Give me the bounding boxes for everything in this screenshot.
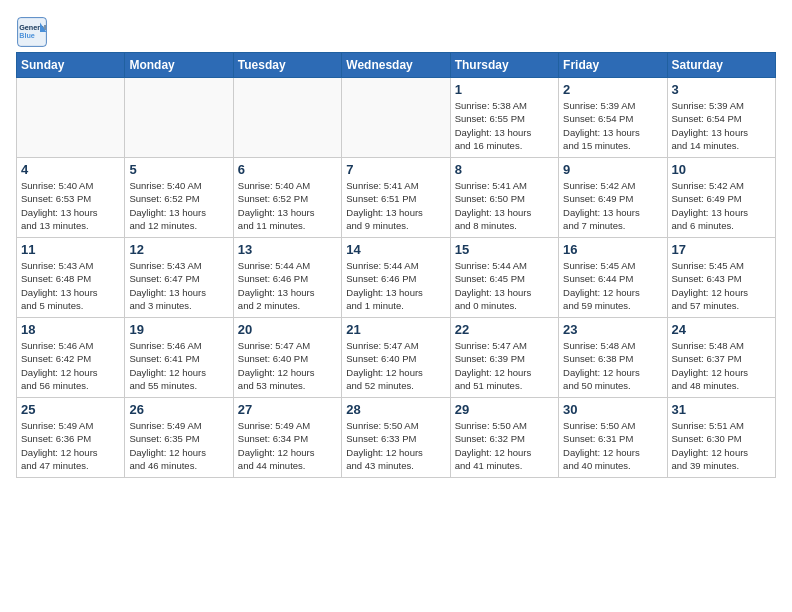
day-number: 27: [238, 402, 337, 417]
calendar-cell: 26Sunrise: 5:49 AM Sunset: 6:35 PM Dayli…: [125, 398, 233, 478]
day-number: 26: [129, 402, 228, 417]
day-header-sunday: Sunday: [17, 53, 125, 78]
day-info: Sunrise: 5:43 AM Sunset: 6:48 PM Dayligh…: [21, 259, 120, 312]
calendar-cell: [125, 78, 233, 158]
day-number: 13: [238, 242, 337, 257]
svg-text:Blue: Blue: [19, 31, 35, 40]
day-number: 15: [455, 242, 554, 257]
day-info: Sunrise: 5:51 AM Sunset: 6:30 PM Dayligh…: [672, 419, 771, 472]
day-info: Sunrise: 5:47 AM Sunset: 6:40 PM Dayligh…: [346, 339, 445, 392]
day-info: Sunrise: 5:43 AM Sunset: 6:47 PM Dayligh…: [129, 259, 228, 312]
day-header-thursday: Thursday: [450, 53, 558, 78]
calendar-cell: 12Sunrise: 5:43 AM Sunset: 6:47 PM Dayli…: [125, 238, 233, 318]
calendar-cell: 30Sunrise: 5:50 AM Sunset: 6:31 PM Dayli…: [559, 398, 667, 478]
calendar-cell: 25Sunrise: 5:49 AM Sunset: 6:36 PM Dayli…: [17, 398, 125, 478]
day-info: Sunrise: 5:42 AM Sunset: 6:49 PM Dayligh…: [563, 179, 662, 232]
day-number: 8: [455, 162, 554, 177]
day-info: Sunrise: 5:44 AM Sunset: 6:46 PM Dayligh…: [238, 259, 337, 312]
calendar-cell: 20Sunrise: 5:47 AM Sunset: 6:40 PM Dayli…: [233, 318, 341, 398]
day-number: 4: [21, 162, 120, 177]
day-info: Sunrise: 5:47 AM Sunset: 6:40 PM Dayligh…: [238, 339, 337, 392]
day-header-wednesday: Wednesday: [342, 53, 450, 78]
calendar-cell: 2Sunrise: 5:39 AM Sunset: 6:54 PM Daylig…: [559, 78, 667, 158]
day-info: Sunrise: 5:38 AM Sunset: 6:55 PM Dayligh…: [455, 99, 554, 152]
day-header-friday: Friday: [559, 53, 667, 78]
calendar-cell: [342, 78, 450, 158]
calendar-cell: 31Sunrise: 5:51 AM Sunset: 6:30 PM Dayli…: [667, 398, 775, 478]
day-info: Sunrise: 5:50 AM Sunset: 6:32 PM Dayligh…: [455, 419, 554, 472]
day-number: 22: [455, 322, 554, 337]
calendar-cell: 27Sunrise: 5:49 AM Sunset: 6:34 PM Dayli…: [233, 398, 341, 478]
calendar-cell: 15Sunrise: 5:44 AM Sunset: 6:45 PM Dayli…: [450, 238, 558, 318]
day-info: Sunrise: 5:46 AM Sunset: 6:41 PM Dayligh…: [129, 339, 228, 392]
day-info: Sunrise: 5:46 AM Sunset: 6:42 PM Dayligh…: [21, 339, 120, 392]
day-number: 18: [21, 322, 120, 337]
day-number: 24: [672, 322, 771, 337]
day-number: 2: [563, 82, 662, 97]
day-number: 25: [21, 402, 120, 417]
day-info: Sunrise: 5:47 AM Sunset: 6:39 PM Dayligh…: [455, 339, 554, 392]
day-number: 29: [455, 402, 554, 417]
day-info: Sunrise: 5:39 AM Sunset: 6:54 PM Dayligh…: [672, 99, 771, 152]
day-number: 30: [563, 402, 662, 417]
day-number: 21: [346, 322, 445, 337]
day-header-monday: Monday: [125, 53, 233, 78]
calendar-cell: 14Sunrise: 5:44 AM Sunset: 6:46 PM Dayli…: [342, 238, 450, 318]
calendar-cell: 9Sunrise: 5:42 AM Sunset: 6:49 PM Daylig…: [559, 158, 667, 238]
day-number: 31: [672, 402, 771, 417]
day-number: 16: [563, 242, 662, 257]
calendar-cell: 3Sunrise: 5:39 AM Sunset: 6:54 PM Daylig…: [667, 78, 775, 158]
day-info: Sunrise: 5:45 AM Sunset: 6:44 PM Dayligh…: [563, 259, 662, 312]
logo: General Blue: [16, 16, 48, 48]
day-number: 14: [346, 242, 445, 257]
calendar-cell: 11Sunrise: 5:43 AM Sunset: 6:48 PM Dayli…: [17, 238, 125, 318]
day-header-saturday: Saturday: [667, 53, 775, 78]
day-number: 19: [129, 322, 228, 337]
day-number: 6: [238, 162, 337, 177]
calendar-cell: 6Sunrise: 5:40 AM Sunset: 6:52 PM Daylig…: [233, 158, 341, 238]
calendar-cell: 29Sunrise: 5:50 AM Sunset: 6:32 PM Dayli…: [450, 398, 558, 478]
day-number: 10: [672, 162, 771, 177]
calendar-cell: 8Sunrise: 5:41 AM Sunset: 6:50 PM Daylig…: [450, 158, 558, 238]
day-info: Sunrise: 5:49 AM Sunset: 6:34 PM Dayligh…: [238, 419, 337, 472]
day-info: Sunrise: 5:41 AM Sunset: 6:51 PM Dayligh…: [346, 179, 445, 232]
day-header-tuesday: Tuesday: [233, 53, 341, 78]
calendar-cell: 23Sunrise: 5:48 AM Sunset: 6:38 PM Dayli…: [559, 318, 667, 398]
day-number: 11: [21, 242, 120, 257]
calendar-cell: 21Sunrise: 5:47 AM Sunset: 6:40 PM Dayli…: [342, 318, 450, 398]
day-info: Sunrise: 5:50 AM Sunset: 6:31 PM Dayligh…: [563, 419, 662, 472]
day-number: 17: [672, 242, 771, 257]
calendar-cell: [17, 78, 125, 158]
calendar-cell: 10Sunrise: 5:42 AM Sunset: 6:49 PM Dayli…: [667, 158, 775, 238]
day-info: Sunrise: 5:39 AM Sunset: 6:54 PM Dayligh…: [563, 99, 662, 152]
day-info: Sunrise: 5:40 AM Sunset: 6:52 PM Dayligh…: [129, 179, 228, 232]
calendar-cell: 5Sunrise: 5:40 AM Sunset: 6:52 PM Daylig…: [125, 158, 233, 238]
calendar-cell: 17Sunrise: 5:45 AM Sunset: 6:43 PM Dayli…: [667, 238, 775, 318]
day-info: Sunrise: 5:45 AM Sunset: 6:43 PM Dayligh…: [672, 259, 771, 312]
calendar-table: SundayMondayTuesdayWednesdayThursdayFrid…: [16, 52, 776, 478]
day-info: Sunrise: 5:42 AM Sunset: 6:49 PM Dayligh…: [672, 179, 771, 232]
calendar-cell: 16Sunrise: 5:45 AM Sunset: 6:44 PM Dayli…: [559, 238, 667, 318]
day-info: Sunrise: 5:49 AM Sunset: 6:35 PM Dayligh…: [129, 419, 228, 472]
calendar-cell: [233, 78, 341, 158]
day-number: 12: [129, 242, 228, 257]
day-info: Sunrise: 5:41 AM Sunset: 6:50 PM Dayligh…: [455, 179, 554, 232]
day-info: Sunrise: 5:40 AM Sunset: 6:52 PM Dayligh…: [238, 179, 337, 232]
day-info: Sunrise: 5:48 AM Sunset: 6:37 PM Dayligh…: [672, 339, 771, 392]
day-number: 5: [129, 162, 228, 177]
calendar-cell: 13Sunrise: 5:44 AM Sunset: 6:46 PM Dayli…: [233, 238, 341, 318]
day-info: Sunrise: 5:49 AM Sunset: 6:36 PM Dayligh…: [21, 419, 120, 472]
day-info: Sunrise: 5:50 AM Sunset: 6:33 PM Dayligh…: [346, 419, 445, 472]
day-info: Sunrise: 5:44 AM Sunset: 6:46 PM Dayligh…: [346, 259, 445, 312]
day-info: Sunrise: 5:40 AM Sunset: 6:53 PM Dayligh…: [21, 179, 120, 232]
calendar-cell: 19Sunrise: 5:46 AM Sunset: 6:41 PM Dayli…: [125, 318, 233, 398]
day-info: Sunrise: 5:48 AM Sunset: 6:38 PM Dayligh…: [563, 339, 662, 392]
calendar-cell: 24Sunrise: 5:48 AM Sunset: 6:37 PM Dayli…: [667, 318, 775, 398]
day-number: 3: [672, 82, 771, 97]
day-number: 9: [563, 162, 662, 177]
calendar-cell: 1Sunrise: 5:38 AM Sunset: 6:55 PM Daylig…: [450, 78, 558, 158]
calendar-cell: 28Sunrise: 5:50 AM Sunset: 6:33 PM Dayli…: [342, 398, 450, 478]
day-number: 7: [346, 162, 445, 177]
calendar-cell: 22Sunrise: 5:47 AM Sunset: 6:39 PM Dayli…: [450, 318, 558, 398]
calendar-cell: 4Sunrise: 5:40 AM Sunset: 6:53 PM Daylig…: [17, 158, 125, 238]
